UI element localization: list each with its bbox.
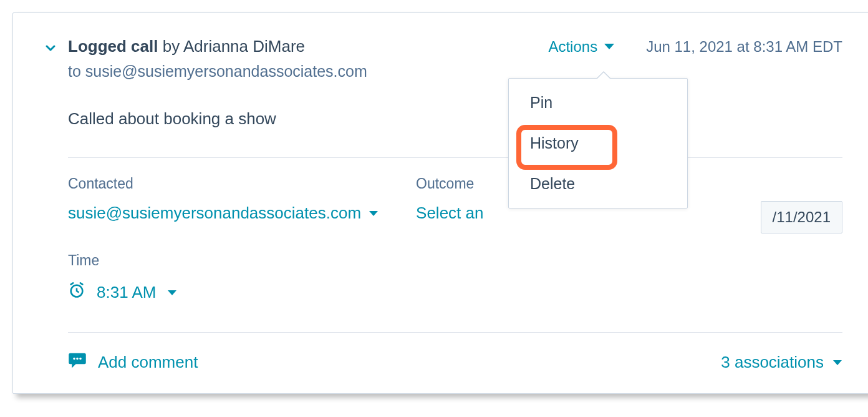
contacted-dropdown[interactable]: susie@susiemyersonandassociates.com	[68, 204, 379, 223]
outcome-label: Outcome	[416, 175, 483, 192]
dropdown-item-delete[interactable]: Delete	[509, 164, 687, 204]
svg-point-2	[76, 358, 79, 360]
dropdown-item-history[interactable]: History	[509, 123, 687, 164]
caret-down-icon	[604, 43, 615, 51]
activity-author: Adrianna DiMare	[183, 37, 305, 56]
actions-dropdown: Pin History Delete	[508, 78, 688, 208]
svg-point-1	[73, 358, 75, 360]
outcome-dropdown[interactable]: Select an	[416, 204, 483, 223]
contacted-label: Contacted	[68, 175, 379, 192]
time-label: Time	[68, 252, 842, 269]
contacted-field: Contacted susie@susiemyersonandassociate…	[68, 175, 379, 233]
actions-button[interactable]: Actions	[548, 38, 615, 56]
divider	[68, 332, 842, 333]
caret-down-icon	[167, 290, 177, 296]
svg-point-3	[79, 358, 82, 360]
alarm-clock-icon	[68, 282, 85, 303]
activity-type: Logged call	[68, 37, 158, 56]
activity-timestamp: Jun 11, 2021 at 8:31 AM EDT	[646, 38, 842, 56]
dropdown-item-pin[interactable]: Pin	[509, 82, 687, 123]
footer-row: Add comment 3 associations	[68, 351, 842, 373]
caret-down-icon	[832, 360, 842, 366]
fields-row-1: Contacted susie@susiemyersonandassociate…	[68, 175, 842, 233]
call-body: Called about booking a show	[68, 109, 842, 129]
time-dropdown[interactable]: 8:31 AM	[68, 282, 842, 303]
recipient-email: susie@susiemyersonandassociates.com	[85, 62, 367, 80]
date-input[interactable]: /11/2021	[761, 201, 842, 233]
time-field: Time 8:31 AM	[68, 252, 842, 303]
recipient-line: to susie@susiemyersonandassociates.com	[68, 62, 842, 81]
activity-card: Logged call by Adrianna DiMare Actions J…	[12, 12, 868, 394]
outcome-field: Outcome Select an	[416, 175, 483, 233]
activity-title: Logged call by Adrianna DiMare	[68, 37, 305, 56]
activity-header: Logged call by Adrianna DiMare Actions J…	[43, 37, 842, 56]
collapse-icon[interactable]	[43, 41, 58, 56]
comment-icon	[68, 351, 87, 373]
add-comment-button[interactable]: Add comment	[68, 351, 198, 373]
associations-button[interactable]: 3 associations	[721, 353, 842, 372]
date-field: x /11/2021	[761, 175, 842, 233]
date-value: /11/2021	[773, 208, 831, 226]
divider	[68, 157, 842, 158]
caret-down-icon	[369, 210, 379, 217]
